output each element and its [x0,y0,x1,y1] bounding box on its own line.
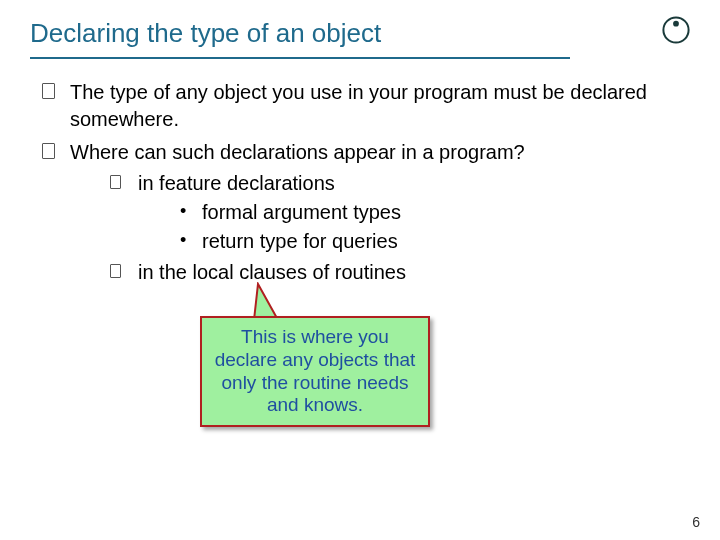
bullet-text: in the local clauses of routines [138,261,406,283]
bullet-level1: The type of any object you use in your p… [42,79,690,133]
bullet-level2: in feature declarations formal argument … [110,170,690,255]
logo-icon [658,12,694,48]
slide-title: Declaring the type of an object [30,18,690,55]
bullet-level3: formal argument types [180,199,690,226]
callout-box: This is where you declare any objects th… [200,316,430,427]
bullet-text: The type of any object you use in your p… [70,81,647,130]
bullet-level1: Where can such declarations appear in a … [42,139,690,286]
content: The type of any object you use in your p… [30,79,690,286]
bullet-text: Where can such declarations appear in a … [70,141,525,163]
svg-point-1 [673,21,679,27]
bullet-text: return type for queries [202,230,398,252]
bullet-text: formal argument types [202,201,401,223]
title-rule [30,57,570,59]
callout-text: This is where you declare any objects th… [215,326,416,415]
svg-marker-2 [254,284,278,320]
header: Declaring the type of an object [30,18,690,59]
page-number: 6 [692,514,700,530]
callout: This is where you declare any objects th… [200,316,430,427]
slide: Declaring the type of an object The type… [0,0,720,540]
bullet-level2: in the local clauses of routines [110,259,690,286]
bullet-level3: return type for queries [180,228,690,255]
bullet-text: in feature declarations [138,172,335,194]
